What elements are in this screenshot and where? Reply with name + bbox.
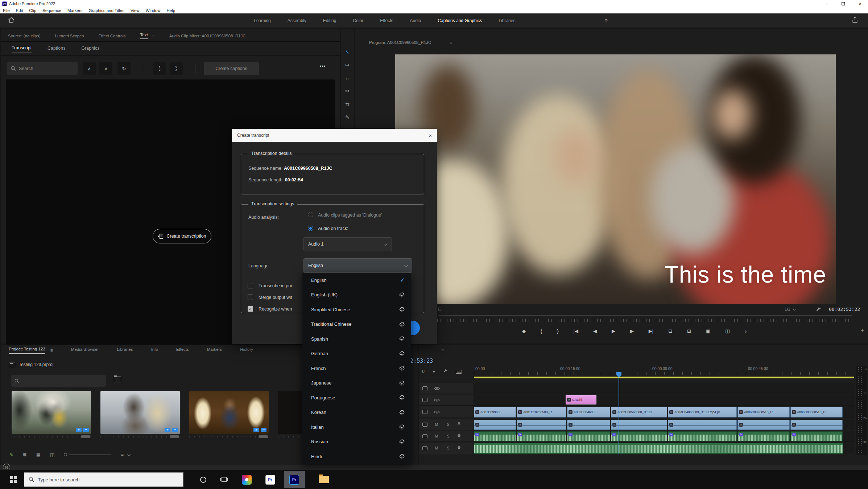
premiere-pro-taskbar-icon[interactable]: Pr [284, 471, 305, 488]
effects-tab[interactable]: Effects [176, 347, 189, 354]
minimize-button[interactable]: – [825, 1, 828, 7]
snap-icon[interactable]: ∪ [422, 369, 425, 374]
slip-tool[interactable]: ⇆ [345, 101, 350, 107]
sync-lock-icon[interactable] [422, 386, 427, 390]
audio-track-select[interactable]: Audio 1 [303, 237, 392, 251]
workspace-tab[interactable]: Assembly [288, 18, 306, 23]
maximize-button[interactable] [842, 2, 845, 5]
playhead-line[interactable] [619, 377, 619, 454]
menu-item[interactable]: Help [167, 8, 175, 13]
add-marker-icon[interactable]: ♦ [433, 369, 435, 374]
menu-item[interactable]: File [3, 8, 10, 13]
more-options-icon[interactable]: ••• [320, 63, 326, 69]
taskbar-search-input[interactable] [38, 477, 169, 482]
media-thumbnail[interactable]: ≋ ↦ [100, 391, 180, 434]
menu-item[interactable]: Markers [67, 8, 83, 13]
merge-output-checkbox[interactable] [248, 295, 253, 300]
language-option[interactable]: Korean [302, 405, 411, 420]
thumbnail-scrub-bar[interactable] [12, 435, 91, 438]
panel-menu-icon[interactable]: ≡ [50, 348, 53, 353]
program-scrub-ruler[interactable] [437, 317, 853, 322]
comparison-view-icon[interactable]: ◫ [725, 328, 729, 334]
language-option[interactable]: English ✓ [302, 273, 411, 288]
settings-wrench-icon[interactable] [816, 307, 821, 313]
mark-out-icon[interactable]: } [557, 328, 558, 334]
refresh-transcript-button[interactable]: ↻ [117, 62, 131, 75]
thumbnail-zoom-slider[interactable] [64, 453, 111, 456]
audio-clip[interactable]: fx [567, 431, 610, 441]
media-thumbnail[interactable]: ≋ ↦ [12, 391, 91, 434]
step-back-icon[interactable]: ◀ [593, 328, 597, 334]
language-option[interactable]: Spanish [302, 332, 411, 346]
menu-item[interactable]: View [131, 8, 140, 13]
sync-lock-icon[interactable] [422, 423, 427, 427]
close-button[interactable]: × [859, 1, 861, 7]
project-tab[interactable]: Project: Testing 123 [9, 347, 45, 354]
workspace-tab[interactable]: Color [353, 18, 363, 23]
video-clip[interactable]: fx A006C00260510_R [737, 407, 790, 418]
project-search-input[interactable] [19, 378, 92, 384]
cortana-icon[interactable] [200, 477, 206, 483]
media-browser-tab[interactable]: Media Browser [71, 347, 99, 354]
language-option[interactable]: English (UK) [302, 288, 411, 303]
menu-item[interactable]: Clip [29, 8, 36, 13]
playback-resolution-select[interactable]: 1/2 [785, 307, 795, 311]
project-search-field[interactable] [11, 375, 106, 387]
project-breadcrumb[interactable]: Testing 123.prproj [19, 362, 53, 367]
list-view-icon[interactable]: ≣ [23, 452, 27, 457]
thumbnail-scrub-bar[interactable] [100, 435, 180, 438]
writable-indicator-icon[interactable]: ✎ [9, 452, 13, 457]
workspace-overflow-icon[interactable]: » [605, 17, 608, 23]
mute-track-button[interactable]: M [434, 446, 439, 450]
voice-over-record-icon[interactable] [457, 445, 461, 452]
sync-lock-icon[interactable] [422, 410, 427, 414]
mute-track-button[interactable]: M [434, 423, 439, 427]
scrub-handle[interactable] [170, 435, 179, 438]
transcript-search-field[interactable] [7, 62, 78, 75]
toggle-track-output-icon[interactable] [434, 385, 440, 392]
toggle-track-output-icon[interactable] [434, 397, 440, 403]
language-option[interactable]: Traditional Chinese [302, 317, 411, 332]
go-to-in-icon[interactable]: |◀ [574, 328, 578, 334]
audio-clip[interactable]: fx [611, 420, 667, 430]
panel-tab-source[interactable]: Source: (no clips) [8, 34, 40, 38]
sync-lock-icon[interactable] [422, 446, 427, 450]
panel-menu-icon[interactable]: ≡ [441, 348, 444, 353]
language-option[interactable]: Simplified Chinese [302, 302, 411, 317]
markers-tab[interactable]: Markers [207, 347, 222, 354]
program-panel-title[interactable]: Program: A001C09960508_R1JC [369, 40, 431, 45]
thumbnail-scrub-bar[interactable] [189, 435, 269, 438]
sync-lock-icon[interactable] [422, 398, 427, 402]
notification-icon[interactable]: N [3, 464, 10, 471]
program-zoom-scrollbar[interactable] [438, 315, 852, 316]
panel-tab-effect-controls[interactable]: Effect Controls [98, 34, 125, 38]
voice-over-record-icon[interactable] [457, 433, 461, 440]
history-tab[interactable]: History [240, 347, 253, 354]
mark-in-icon[interactable]: { [541, 328, 542, 334]
audio-clip[interactable]: fx [790, 420, 843, 430]
scrub-handle[interactable] [259, 435, 268, 438]
video-clip[interactable]: fx A002C00560508_R1JC [611, 407, 667, 418]
audio-clip[interactable]: fx [668, 431, 737, 441]
export-frame-icon[interactable]: ▣ [706, 328, 710, 334]
sync-lock-icon[interactable] [422, 434, 427, 438]
workspace-tab[interactable]: Captions and Graphics [438, 18, 482, 23]
panel-tab-lumetri-scopes[interactable]: Lumetri Scopes [55, 34, 84, 38]
dialogue-radio[interactable] [308, 212, 313, 217]
ripple-edit-tool[interactable]: ↔ [345, 75, 350, 81]
audio-clip[interactable]: fx [517, 420, 566, 430]
audio-clip[interactable]: fx [790, 431, 843, 441]
solo-track-button[interactable]: S [446, 446, 451, 450]
language-option[interactable]: Portuguese [302, 390, 411, 405]
language-option[interactable]: Russian [302, 435, 411, 449]
icon-view-icon[interactable]: ▦ [36, 452, 41, 457]
audio-clip[interactable] [474, 443, 843, 454]
audio-clip[interactable]: fx [474, 431, 516, 441]
video-clip[interactable]: fx A001C099605 [474, 407, 516, 418]
panel-tab-text[interactable]: Text [140, 33, 148, 39]
sort-icon[interactable]: ≡ [121, 452, 129, 457]
photos-app-icon[interactable] [242, 475, 252, 485]
mute-track-button[interactable]: M [434, 434, 439, 438]
transcribe-in-out-checkbox[interactable] [248, 283, 253, 288]
language-select[interactable]: English [303, 258, 412, 273]
